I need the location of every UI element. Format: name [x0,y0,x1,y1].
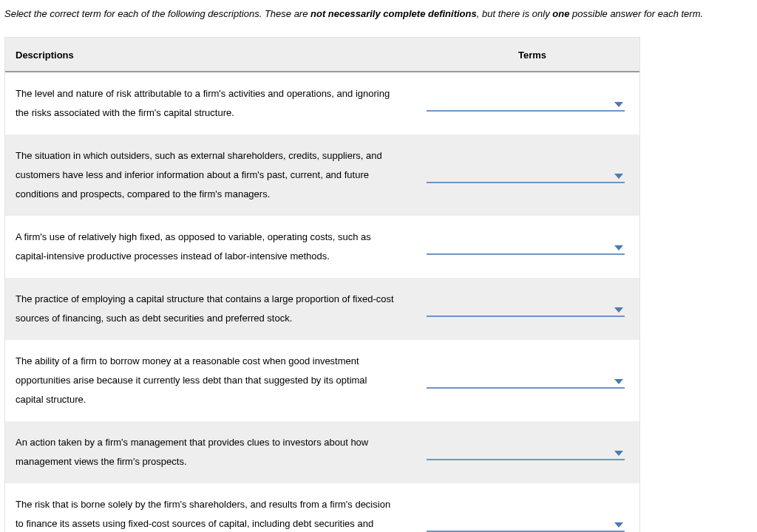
term-dropdown[interactable] [427,167,625,183]
term-dropdown[interactable] [427,516,625,532]
instr-pre: Select the correct term for each of the … [4,8,310,19]
term-dropdown[interactable] [427,301,625,317]
description-text: A firm's use of relatively high fixed, a… [16,228,404,266]
chevron-down-icon [614,451,623,456]
term-dropdown[interactable] [427,95,625,112]
description-text: The ability of a firm to borrow money at… [16,352,404,409]
term-cell [404,372,629,389]
instr-bold1: not necessarily complete definitions [310,8,477,19]
description-text: The level and nature of risk attributabl… [16,84,404,123]
term-dropdown[interactable] [427,239,625,255]
term-cell [404,444,629,460]
table-row: The ability of a firm to borrow money at… [5,340,639,421]
description-text: The situation in which outsiders, such a… [16,146,404,204]
chevron-down-icon [614,307,623,313]
matching-panel: Descriptions Terms The level and nature … [4,37,640,532]
instr-mid: , but there is only [477,8,553,19]
table-row: The situation in which outsiders, such a… [5,134,639,216]
description-text: An action taken by a firm's management t… [16,433,404,471]
question-instructions: Select the correct term for each of the … [4,4,750,24]
term-cell [404,167,629,183]
description-text: The risk that is borne solely by the fir… [16,495,404,532]
table-row: An action taken by a firm's management t… [5,421,639,483]
term-cell [404,95,629,112]
table-header: Descriptions Terms [5,38,639,72]
chevron-down-icon [614,102,623,107]
description-text: The practice of employing a capital stru… [16,290,404,328]
table-row: A firm's use of relatively high fixed, a… [5,216,639,278]
table-row: The risk that is borne solely by the fir… [5,483,639,532]
header-descriptions: Descriptions [16,50,407,61]
instr-bold2: one [552,8,569,19]
table-row: The level and nature of risk attributabl… [5,72,639,134]
term-cell [404,301,629,317]
chevron-down-icon [614,379,623,384]
table-row: The practice of employing a capital stru… [5,278,639,340]
chevron-down-icon [614,245,623,250]
term-cell [404,516,629,532]
term-dropdown[interactable] [427,372,625,389]
term-cell [404,239,629,255]
term-dropdown[interactable] [427,444,625,460]
chevron-down-icon [614,174,623,179]
header-terms: Terms [407,50,629,61]
instr-post: possible answer for each term. [569,8,703,19]
chevron-down-icon [614,522,623,528]
